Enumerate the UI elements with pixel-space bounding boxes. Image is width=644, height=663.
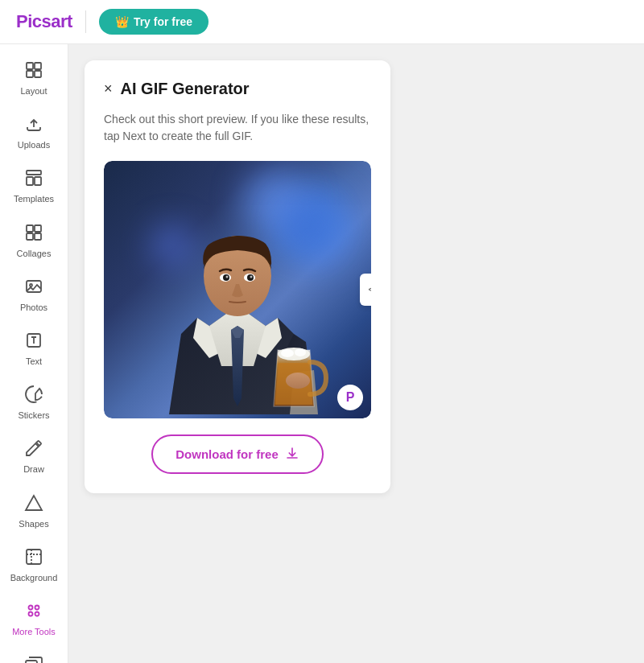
svg-rect-4: [27, 171, 41, 175]
download-icon: [285, 446, 299, 463]
panel-header: × AI GIF Generator: [104, 80, 371, 98]
svg-rect-10: [35, 233, 41, 240]
layout-icon: [24, 60, 43, 83]
svg-point-18: [29, 612, 33, 616]
sidebar-item-collages-label: Collages: [17, 249, 52, 259]
svg-marker-14: [26, 496, 42, 510]
svg-rect-6: [35, 177, 41, 185]
svg-point-31: [295, 348, 306, 356]
picsart-watermark: P: [337, 385, 363, 410]
sidebar-item-more-tools[interactable]: More Tools: [4, 593, 64, 645]
svg-rect-1: [35, 63, 41, 69]
svg-point-32: [286, 373, 310, 389]
sidebar-item-batch[interactable]: Batch: [4, 647, 64, 663]
sidebar-item-draw-label: Draw: [23, 464, 44, 475]
collages-icon: [24, 223, 43, 245]
logo-text: Picsart: [16, 11, 72, 32]
sidebar-item-shapes-label: Shapes: [19, 519, 48, 529]
gif-image: P: [104, 161, 371, 418]
try-free-button[interactable]: 👑 Try for free: [99, 9, 208, 35]
header: Picsart 👑 Try for free: [0, 0, 644, 44]
sidebar-item-more-tools-label: More Tools: [12, 627, 56, 637]
sidebar-item-text-label: Text: [26, 356, 42, 367]
draw-icon: [24, 439, 43, 461]
sidebar-item-photos-label: Photos: [20, 303, 47, 313]
sidebar-item-layout-label: Layout: [20, 86, 47, 97]
preview-arrow-button[interactable]: <: [360, 274, 371, 306]
panel-description: Check out this short preview. If you lik…: [104, 111, 371, 145]
panel-title: AI GIF Generator: [121, 80, 250, 98]
svg-point-17: [35, 605, 39, 609]
svg-point-28: [250, 276, 253, 278]
more-tools-icon: [24, 601, 43, 624]
uploads-icon: [24, 114, 43, 137]
background-icon: [24, 547, 43, 570]
stickers-icon: [24, 385, 43, 407]
svg-rect-0: [27, 63, 33, 69]
panel-close-button[interactable]: ×: [104, 80, 113, 97]
logo: Picsart: [16, 11, 72, 32]
sidebar: Layout Uploads Templates: [0, 44, 68, 663]
sidebar-item-background-label: Background: [10, 573, 58, 583]
svg-rect-9: [27, 233, 33, 240]
sidebar-item-photos[interactable]: Photos: [4, 269, 64, 321]
text-icon: [24, 331, 43, 353]
svg-rect-8: [35, 225, 41, 232]
batch-icon: [24, 655, 43, 663]
sidebar-item-shapes[interactable]: Shapes: [4, 485, 64, 537]
sidebar-item-layout[interactable]: Layout: [4, 52, 64, 105]
sidebar-item-text[interactable]: Text: [4, 323, 64, 375]
svg-rect-5: [27, 177, 33, 185]
templates-icon: [24, 168, 43, 191]
svg-point-19: [35, 612, 39, 616]
svg-point-30: [281, 349, 294, 357]
gif-preview-container: P <: [104, 161, 371, 418]
person-figure: [104, 161, 371, 418]
sidebar-item-draw[interactable]: Draw: [4, 430, 64, 483]
svg-rect-15: [27, 550, 41, 564]
sidebar-item-collages[interactable]: Collages: [4, 215, 64, 267]
svg-rect-7: [27, 225, 33, 232]
panel: × AI GIF Generator Check out this short …: [85, 60, 390, 493]
crown-icon: 👑: [115, 15, 129, 28]
svg-point-27: [226, 276, 229, 278]
sidebar-item-templates-label: Templates: [14, 194, 54, 204]
svg-rect-2: [27, 71, 33, 77]
download-area: Download for free: [104, 434, 371, 474]
sidebar-item-stickers-label: Stickers: [18, 410, 49, 421]
sidebar-item-uploads[interactable]: Uploads: [4, 106, 64, 159]
sidebar-item-templates[interactable]: Templates: [4, 160, 64, 212]
sidebar-item-background[interactable]: Background: [4, 539, 64, 591]
download-label: Download for free: [175, 447, 279, 461]
header-divider: [85, 10, 86, 33]
svg-rect-3: [35, 71, 41, 77]
download-button[interactable]: Download for free: [151, 434, 324, 474]
shapes-icon: [24, 493, 43, 516]
photos-icon: [24, 277, 43, 299]
content-area: × AI GIF Generator Check out this short …: [68, 44, 644, 663]
sidebar-item-uploads-label: Uploads: [18, 140, 50, 150]
sidebar-item-stickers[interactable]: Stickers: [4, 377, 64, 429]
main-area: Layout Uploads Templates: [0, 44, 644, 663]
try-free-label: Try for free: [134, 15, 192, 28]
svg-point-12: [30, 284, 32, 286]
svg-point-16: [29, 605, 33, 609]
